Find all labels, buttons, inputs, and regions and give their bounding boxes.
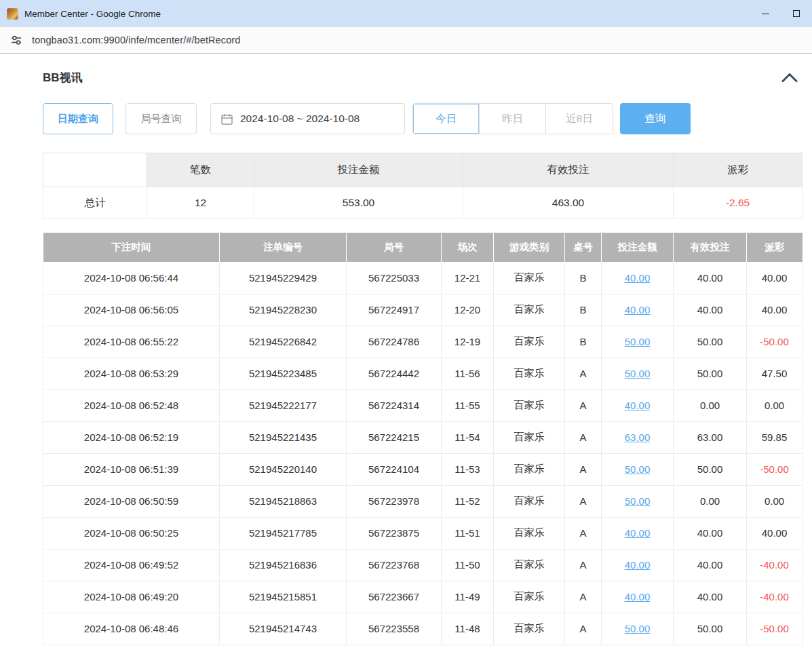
cell-table-no: A: [565, 581, 602, 613]
collapse-button[interactable]: [777, 72, 802, 83]
cell-session: 11-52: [442, 485, 494, 517]
summary-total-row: 总计 12 553.00 463.00 -2.65: [43, 187, 803, 219]
bet-amount-link[interactable]: 63.00: [625, 432, 651, 443]
cell-amount: 50.00: [602, 485, 674, 517]
cell-order-no: 521945229429: [220, 262, 347, 294]
bet-record-page: BB视讯 日期查询 局号查询 2024-10-08 ~ 2024-10-08 今…: [0, 70, 812, 645]
cell-amount: 50.00: [602, 613, 674, 645]
cell-table-no: A: [565, 389, 602, 421]
cell-game: 百家乐: [494, 358, 565, 389]
cell-session: 11-49: [442, 581, 494, 613]
cell-order-no: 521945221435: [220, 421, 347, 453]
cell-amount: 50.00: [602, 453, 674, 485]
cell-session: 11-51: [442, 517, 494, 549]
date-range-picker[interactable]: 2024-10-08 ~ 2024-10-08: [210, 103, 405, 134]
cell-time: 2024-10-08 06:56:05: [43, 294, 220, 326]
table-row: 2024-10-08 06:49:20521945215851567223667…: [43, 581, 803, 613]
summary-header-blank: [43, 153, 147, 187]
cell-table-no: B: [565, 262, 602, 294]
table-row: 2024-10-08 06:52:48521945222177567224314…: [43, 389, 803, 421]
summary-table: 笔数 投注金额 有效投注 派彩 总计 12 553.00 463.00 -2.6…: [43, 153, 803, 219]
cell-order-no: 521945228230: [220, 294, 347, 326]
quick-tab-today[interactable]: 今日: [413, 104, 480, 134]
cell-game: 百家乐: [494, 453, 565, 485]
cell-round-no: 567224786: [347, 326, 442, 358]
summary-payout-value: -2.65: [674, 187, 803, 219]
cell-round-no: 567223875: [347, 517, 442, 549]
cell-round-no: 567224215: [347, 421, 442, 453]
cell-order-no: 521945226842: [220, 326, 347, 358]
quick-tab-last8days[interactable]: 近8日: [546, 104, 613, 134]
cell-payout: -50.00: [747, 613, 803, 645]
window-titlebar: Member Center - Google Chrome: [0, 0, 812, 27]
date-query-button[interactable]: 日期查询: [43, 103, 113, 134]
cell-amount: 40.00: [602, 262, 674, 294]
bet-amount-link[interactable]: 50.00: [625, 336, 651, 347]
cell-payout: 40.00: [747, 262, 803, 294]
minimize-button[interactable]: [750, 0, 781, 27]
bet-amount-link[interactable]: 40.00: [625, 272, 651, 284]
cell-payout: -40.00: [747, 549, 803, 581]
header-session: 场次: [442, 233, 494, 262]
cell-table-no: A: [565, 485, 602, 517]
cell-valid: 0.00: [674, 389, 747, 421]
bet-amount-link[interactable]: 40.00: [625, 400, 651, 411]
cell-valid: 40.00: [674, 517, 747, 549]
cell-table-no: B: [565, 294, 602, 326]
cell-session: 12-20: [442, 294, 494, 326]
cell-game: 百家乐: [494, 549, 565, 581]
summary-count-value: 12: [147, 187, 254, 219]
summary-header-payout: 派彩: [674, 153, 803, 187]
cell-table-no: B: [565, 326, 602, 358]
bet-amount-link[interactable]: 50.00: [625, 495, 651, 507]
window-title: Member Center - Google Chrome: [24, 9, 161, 19]
header-game-type: 游戏类别: [494, 233, 565, 262]
date-range-value: 2024-10-08 ~ 2024-10-08: [240, 113, 360, 125]
search-button[interactable]: 查询: [620, 103, 691, 134]
cell-round-no: 567223667: [347, 581, 442, 613]
cell-payout: -50.00: [747, 453, 803, 485]
cell-round-no: 567224104: [347, 453, 442, 485]
bet-amount-link[interactable]: 40.00: [625, 559, 651, 571]
cell-session: 11-50: [442, 549, 494, 581]
cell-payout: 40.00: [747, 517, 803, 549]
summary-header-row: 笔数 投注金额 有效投注 派彩: [43, 153, 803, 187]
bet-amount-link[interactable]: 40.00: [625, 591, 651, 602]
bet-amount-link[interactable]: 50.00: [625, 623, 651, 634]
cell-order-no: 521945216836: [220, 549, 347, 581]
cell-game: 百家乐: [494, 517, 565, 549]
maximize-button[interactable]: [781, 0, 812, 27]
bet-amount-link[interactable]: 40.00: [625, 527, 651, 539]
table-row: 2024-10-08 06:56:44521945229429567225033…: [43, 262, 803, 294]
bet-amount-link[interactable]: 40.00: [625, 304, 651, 315]
cell-amount: 50.00: [602, 326, 674, 358]
cell-round-no: 567223768: [347, 549, 442, 581]
site-settings-icon[interactable]: [9, 33, 23, 47]
cell-session: 11-48: [442, 613, 494, 645]
cell-order-no: 521945220140: [220, 453, 347, 485]
bet-amount-link[interactable]: 50.00: [625, 463, 651, 475]
bet-record-table: 下注时间 注单编号 局号 场次 游戏类别 桌号 投注金额 有效投注 派彩 202…: [43, 233, 803, 645]
cell-order-no: 521945214743: [220, 613, 347, 645]
cell-game: 百家乐: [494, 613, 565, 645]
cell-time: 2024-10-08 06:51:39: [43, 453, 220, 485]
cell-payout: 0.00: [747, 485, 803, 517]
maximize-icon: [793, 10, 800, 17]
round-query-button[interactable]: 局号查询: [125, 103, 197, 134]
bet-table-body: 2024-10-08 06:56:44521945229429567225033…: [43, 262, 803, 645]
cell-payout: -40.00: [747, 581, 803, 613]
cell-payout: 59.85: [747, 421, 803, 453]
bet-amount-link[interactable]: 50.00: [625, 368, 651, 379]
cell-game: 百家乐: [494, 262, 565, 294]
cell-payout: 40.00: [747, 294, 803, 326]
cell-table-no: A: [565, 549, 602, 581]
cell-valid: 40.00: [674, 549, 747, 581]
cell-table-no: A: [565, 613, 602, 645]
header-payout: 派彩: [747, 233, 803, 262]
filter-row: 日期查询 局号查询 2024-10-08 ~ 2024-10-08 今日 昨日 …: [43, 103, 802, 134]
summary-bet-amount-value: 553.00: [254, 187, 463, 219]
url-text[interactable]: tongbao31.com:9900/infe/mcenter/#/betRec…: [32, 35, 240, 45]
address-bar[interactable]: tongbao31.com:9900/infe/mcenter/#/betRec…: [0, 27, 812, 54]
quick-tab-yesterday[interactable]: 昨日: [480, 104, 546, 134]
table-row: 2024-10-08 06:48:46521945214743567223558…: [43, 613, 803, 645]
